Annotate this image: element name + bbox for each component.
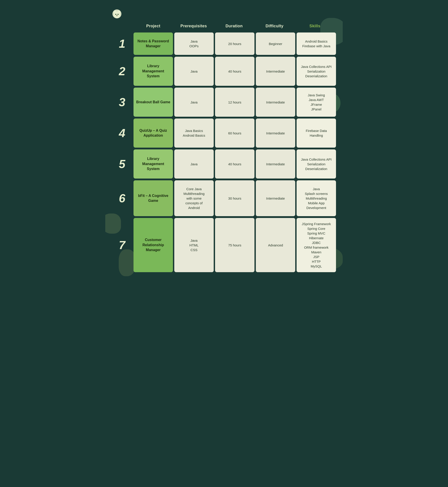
header-project: Project — [133, 22, 173, 30]
cell-skills-4: Firebase Data Handling — [296, 119, 336, 148]
cell-duration-3: 12 hours — [215, 88, 255, 117]
cell-difficulty-7: Advanced — [256, 218, 295, 272]
row-number-2: 2 — [112, 57, 132, 86]
table-container: Project Prerequisites Duration Difficult… — [112, 22, 336, 272]
cell-difficulty-5: Intermediate — [256, 149, 295, 179]
cell-project-6: bFit – A Cognitive Game — [134, 180, 173, 216]
cell-project-3: Breakout Ball Game — [134, 88, 173, 117]
header-duration: Duration — [214, 22, 254, 30]
cell-skills-2: Java Collections API Serialization Deser… — [296, 57, 336, 86]
data-row-2: 2Library Management SystemJava40 hoursIn… — [112, 57, 336, 86]
cell-prerequisites-3: Java — [174, 88, 214, 117]
header-row: Project Prerequisites Duration Difficult… — [112, 22, 336, 30]
cell-project-4: QuizUp – A Quiz Application — [134, 119, 173, 148]
cell-project-2: Library Management System — [134, 57, 173, 86]
svg-point-5 — [118, 14, 119, 15]
cell-skills-5: Java Collections API Serialization Deser… — [296, 149, 336, 179]
data-row-6: 6bFit – A Cognitive GameCore Java Multit… — [112, 180, 336, 216]
cell-prerequisites-4: Java Basics Android Basics — [174, 119, 214, 148]
cell-prerequisites-1: Java OOPs — [174, 32, 214, 55]
row-number-4: 4 — [112, 119, 132, 148]
cell-duration-7: 75 hours — [215, 218, 255, 272]
cell-skills-3: Java Swing Java AWT JFrame JPanel — [296, 88, 336, 117]
cell-duration-1: 20 hours — [215, 32, 255, 55]
cell-difficulty-2: Intermediate — [256, 57, 295, 86]
cell-prerequisites-6: Core Java Multithreading with some conce… — [174, 180, 214, 216]
rows-container: 1Notes & Password ManagerJava OOPs20 hou… — [112, 32, 336, 272]
row-number-3: 3 — [112, 88, 132, 117]
cell-project-7: Customer Relationship Manager — [134, 218, 173, 272]
data-row-5: 5Library Management SystemJava40 hoursIn… — [112, 149, 336, 179]
svg-point-7 — [117, 15, 117, 16]
svg-point-3 — [114, 12, 120, 18]
cell-skills-1: Android Basics Firebase with Java — [296, 32, 336, 55]
cell-duration-4: 60 hours — [215, 119, 255, 148]
data-row-1: 1Notes & Password ManagerJava OOPs20 hou… — [112, 32, 336, 55]
cell-difficulty-4: Intermediate — [256, 119, 295, 148]
cell-project-1: Notes & Password Manager — [134, 32, 173, 55]
cell-duration-2: 40 hours — [215, 57, 255, 86]
row-number-5: 5 — [112, 149, 132, 179]
page-wrapper: Project Prerequisites Duration Difficult… — [105, 4, 343, 283]
logo — [112, 9, 336, 20]
cell-difficulty-3: Intermediate — [256, 88, 295, 117]
data-row-7: 7Customer Relationship ManagerJava HTML … — [112, 218, 336, 272]
cell-difficulty-1: Beginner — [256, 32, 295, 55]
cell-prerequisites-5: Java — [174, 149, 214, 179]
cell-duration-5: 40 hours — [215, 149, 255, 179]
cell-difficulty-6: Intermediate — [256, 180, 295, 216]
cell-prerequisites-2: Java — [174, 57, 214, 86]
header-prerequisites: Prerequisites — [173, 22, 214, 30]
row-number-1: 1 — [112, 32, 132, 55]
row-number-7: 7 — [112, 218, 132, 272]
cell-skills-6: Java Splash screens Multithreading Mobil… — [296, 180, 336, 216]
header-difficulty: Difficulty — [254, 22, 295, 30]
cell-skills-7: JSpring Framework Spring Core Spring MVC… — [296, 218, 336, 272]
svg-point-4 — [115, 14, 116, 15]
data-row-3: 3Breakout Ball GameJava12 hoursIntermedi… — [112, 88, 336, 117]
cell-project-5: Library Management System — [134, 149, 173, 179]
data-row-4: 4QuizUp – A Quiz ApplicationJava Basics … — [112, 119, 336, 148]
cell-duration-6: 30 hours — [215, 180, 255, 216]
cell-prerequisites-7: Java HTML CSS — [174, 218, 214, 272]
header-skills: Skills — [295, 22, 335, 30]
row-number-6: 6 — [112, 180, 132, 216]
